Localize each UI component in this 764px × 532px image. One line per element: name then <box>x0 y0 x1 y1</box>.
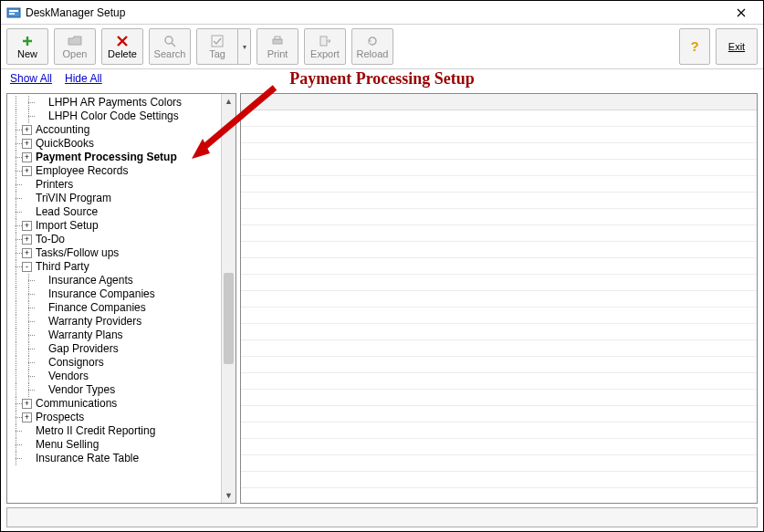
page-title: Payment Processing Setup <box>1 69 763 89</box>
search-button[interactable]: Search <box>149 28 191 65</box>
tree-item-consignors[interactable]: Consignors <box>9 356 221 370</box>
scroll-track[interactable] <box>222 109 235 488</box>
help-icon: ? <box>687 39 702 54</box>
delete-x-icon <box>116 34 129 48</box>
expand-icon[interactable]: + <box>22 166 32 176</box>
open-button[interactable]: Open <box>54 28 96 65</box>
scroll-up-icon[interactable]: ▲ <box>222 94 235 109</box>
tree-item-insurance-agents[interactable]: Insurance Agents <box>9 274 221 287</box>
tree-item-metro-ii-credit-reporting[interactable]: Metro II Credit Reporting <box>9 424 221 438</box>
titlebar: DeskManager Setup <box>1 1 763 25</box>
scroll-thumb[interactable] <box>224 273 234 364</box>
tree-item-communications[interactable]: +Communications <box>9 397 221 411</box>
exit-button[interactable]: Exit <box>716 28 758 65</box>
grid-header <box>241 94 757 110</box>
tree-item-lead-source[interactable]: Lead Source <box>9 205 221 219</box>
tree-item-accounting[interactable]: +Accounting <box>9 123 221 137</box>
content-grid[interactable] <box>240 93 758 504</box>
tree-panel: LHPH AR Payments Colors LHPH Color Code … <box>6 93 236 504</box>
svg-text:?: ? <box>690 39 698 54</box>
svg-rect-4 <box>212 36 223 47</box>
print-button[interactable]: Print <box>256 28 298 65</box>
tree-item-gap-providers[interactable]: Gap Providers <box>9 342 221 356</box>
expand-icon[interactable]: + <box>22 412 32 422</box>
app-icon <box>6 5 21 20</box>
tree-item-vendors[interactable]: Vendors <box>9 370 221 383</box>
expand-icon[interactable]: + <box>22 399 32 409</box>
plus-icon <box>21 34 34 48</box>
svg-point-3 <box>165 37 173 44</box>
tree-item-finance-companies[interactable]: Finance Companies <box>9 301 221 315</box>
window-close-button[interactable] <box>723 2 759 24</box>
collapse-icon[interactable]: - <box>22 262 32 272</box>
expand-icon[interactable]: + <box>22 139 32 149</box>
tree-item-insurance-rate-table[interactable]: Insurance Rate Table <box>9 452 221 465</box>
tag-split-button[interactable]: Tag ▾ <box>196 28 251 65</box>
tag-dropdown-button[interactable]: ▾ <box>238 28 251 65</box>
tree-item-employee-records[interactable]: +Employee Records <box>9 164 221 178</box>
expand-icon[interactable]: + <box>22 221 32 231</box>
tree-item-third-party[interactable]: -Third Party <box>9 260 221 274</box>
export-icon <box>319 34 331 48</box>
svg-rect-1 <box>9 10 18 12</box>
tree-item-vendor-types[interactable]: Vendor Types <box>9 383 221 397</box>
search-icon <box>163 34 176 48</box>
print-icon <box>271 34 284 48</box>
scroll-down-icon[interactable]: ▼ <box>222 488 235 503</box>
tree-item-warranty-providers[interactable]: Warranty Providers <box>9 315 221 329</box>
folder-open-icon <box>68 34 82 48</box>
tree-scrollbar[interactable]: ▲ ▼ <box>221 94 235 503</box>
tree-item-printers[interactable]: Printers <box>9 178 221 192</box>
grid-rows <box>241 110 757 503</box>
tree-item-warranty-plans[interactable]: Warranty Plans <box>9 329 221 342</box>
tree-item-lhph-color-code-settings[interactable]: LHPH Color Code Settings <box>9 110 221 123</box>
tree-item-prospects[interactable]: +Prospects <box>9 411 221 424</box>
expand-icon[interactable]: + <box>22 125 32 135</box>
reload-button[interactable]: Reload <box>351 28 393 65</box>
tree-view[interactable]: LHPH AR Payments Colors LHPH Color Code … <box>7 94 221 503</box>
tree-item-to-do[interactable]: +To-Do <box>9 233 221 246</box>
tree-item-import-setup[interactable]: +Import Setup <box>9 219 221 233</box>
tree-item-menu-selling[interactable]: Menu Selling <box>9 438 221 452</box>
export-button[interactable]: Export <box>304 28 346 65</box>
reload-icon <box>366 34 379 48</box>
window-title: DeskManager Setup <box>26 6 125 19</box>
tree-item-trivin-program[interactable]: TriVIN Program <box>9 192 221 205</box>
status-bar <box>6 507 758 527</box>
body-area: LHPH AR Payments Colors LHPH Color Code … <box>1 91 763 506</box>
chevron-down-icon: ▾ <box>243 43 246 51</box>
header-row: Show All Hide All Payment Processing Set… <box>1 69 763 91</box>
tree-item-insurance-companies[interactable]: Insurance Companies <box>9 287 221 301</box>
new-button[interactable]: New <box>6 28 48 65</box>
tree-item-quickbooks[interactable]: +QuickBooks <box>9 137 221 151</box>
app-window: DeskManager Setup New Open Delete Search… <box>0 0 764 532</box>
toolbar: New Open Delete Search Tag ▾ Print <box>1 25 763 69</box>
svg-rect-6 <box>275 37 280 39</box>
tree-item-tasks-follow-ups[interactable]: +Tasks/Follow ups <box>9 246 221 260</box>
expand-icon[interactable]: + <box>22 235 32 245</box>
expand-icon[interactable]: + <box>22 152 32 162</box>
svg-rect-7 <box>320 37 327 46</box>
delete-button[interactable]: Delete <box>101 28 143 65</box>
svg-rect-2 <box>9 13 15 15</box>
help-button[interactable]: ? <box>679 28 710 65</box>
tag-check-icon <box>211 34 224 48</box>
tree-item-lhph-ar-payments-colors[interactable]: LHPH AR Payments Colors <box>9 96 221 110</box>
expand-icon[interactable]: + <box>22 248 32 258</box>
svg-rect-5 <box>273 39 282 44</box>
tree-item-payment-processing-setup[interactable]: +Payment Processing Setup <box>9 151 221 164</box>
